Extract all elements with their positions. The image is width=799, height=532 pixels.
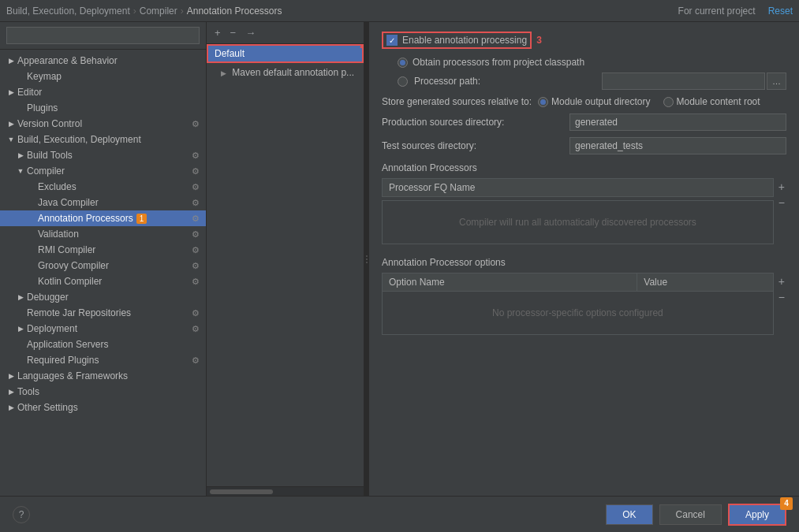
add-processor-button[interactable]: +: [777, 180, 786, 194]
scroll-thumb: [210, 489, 273, 494]
middle-panel: + − → Default 2 ▶ Maven default annotati…: [207, 22, 364, 496]
sidebar-item-label: RMI Compiler: [38, 244, 95, 255]
sidebar-item-groovy-compiler[interactable]: Groovy Compiler ⚙: [0, 258, 206, 273]
test-dir-row: Test sources directory:: [382, 137, 786, 154]
sidebar-item-label: Deployment: [27, 323, 77, 334]
option-name-header: Option Name: [383, 273, 637, 292]
add-profile-button[interactable]: +: [211, 25, 224, 40]
main-layout: 🔍 ▶ Appearance & Behavior Keymap ▶ Edito…: [0, 22, 799, 496]
breadcrumb-build[interactable]: Build, Execution, Deployment: [6, 6, 130, 17]
arrow-icon: ▶: [16, 293, 25, 301]
options-empty-message: No processor-specific options configured: [382, 292, 774, 335]
sidebar-item-label: Appearance & Behavior: [17, 55, 118, 66]
sidebar-item-label: Editor: [17, 87, 42, 98]
sidebar-item-application-servers[interactable]: Application Servers: [0, 337, 206, 352]
settings-icon: ⚙: [192, 245, 200, 255]
options-table-wrapper: Option Name Value No processor-specific …: [382, 273, 774, 335]
breadcrumb-compiler[interactable]: Compiler: [140, 6, 177, 17]
sidebar-item-remote-jar[interactable]: Remote Jar Repositories ⚙: [0, 305, 206, 321]
sidebar-item-plugins[interactable]: Plugins: [0, 100, 206, 116]
sidebar-item-label: Debugger: [27, 292, 69, 303]
sidebar: 🔍 ▶ Appearance & Behavior Keymap ▶ Edito…: [0, 22, 207, 496]
obtain-classpath-row: Obtain processors from project classpath: [398, 57, 786, 68]
sidebar-item-keymap[interactable]: Keymap: [0, 69, 206, 84]
sidebar-item-label: Remote Jar Repositories: [27, 307, 131, 318]
apply-wrapper: Apply 4: [728, 504, 786, 526]
module-content-radio[interactable]: [663, 97, 674, 107]
sidebar-item-other-settings[interactable]: ▶ Other Settings: [0, 400, 206, 415]
sidebar-item-java-compiler[interactable]: Java Compiler ⚙: [0, 195, 206, 210]
processor-table-actions: + −: [777, 178, 786, 251]
processor-path-input[interactable]: [602, 73, 765, 90]
sidebar-item-rmi-compiler[interactable]: RMI Compiler ⚙: [0, 242, 206, 258]
sidebar-item-build-tools[interactable]: ▶ Build Tools ⚙: [0, 147, 206, 163]
enable-annotation-border: Enable annotation processing: [382, 32, 532, 49]
navigate-button[interactable]: →: [242, 25, 259, 40]
module-output-radio[interactable]: [538, 97, 548, 107]
for-current-project-label: For current project: [678, 6, 756, 17]
sidebar-item-annotation-processors[interactable]: Annotation Processors 1 ⚙: [0, 210, 206, 226]
obtain-classpath-label: Obtain processors from project classpath: [413, 57, 584, 68]
settings-icon: ⚙: [192, 308, 200, 318]
remove-profile-button[interactable]: −: [227, 25, 240, 40]
sidebar-item-version-control[interactable]: ▶ Version Control ⚙: [0, 116, 206, 132]
settings-icon: ⚙: [192, 166, 200, 177]
arrow-icon: ▼: [16, 167, 25, 175]
search-bar: 🔍: [0, 22, 206, 50]
list-item-default[interactable]: Default 2: [207, 44, 364, 63]
test-dir-input[interactable]: [569, 137, 786, 154]
sidebar-item-compiler[interactable]: ▼ Compiler ⚙: [0, 163, 206, 179]
sidebar-item-appearance[interactable]: ▶ Appearance & Behavior: [0, 53, 206, 69]
processor-path-radio[interactable]: [398, 76, 408, 87]
breadcrumb: Build, Execution, Deployment › Compiler …: [6, 6, 282, 17]
sidebar-item-excludes[interactable]: Excludes ⚙: [0, 179, 206, 195]
enable-annotation-row: Enable annotation processing 3: [382, 32, 786, 49]
remove-option-button[interactable]: −: [777, 290, 786, 304]
list-item-maven[interactable]: ▶ Maven default annotation p...: [207, 63, 364, 82]
sidebar-item-label: Annotation Processors: [38, 213, 133, 224]
obtain-classpath-radio[interactable]: [398, 58, 408, 68]
sidebar-item-validation[interactable]: Validation ⚙: [0, 226, 206, 242]
remove-processor-button[interactable]: −: [777, 195, 786, 210]
sidebar-item-label: Kotlin Compiler: [38, 276, 102, 287]
arrow-icon: ▶: [6, 57, 16, 65]
settings-icon: ⚙: [192, 355, 200, 366]
bottom-bar: ? OK Cancel Apply 4: [0, 496, 799, 532]
settings-icon: ⚙: [192, 229, 200, 240]
module-output-option: Module output directory: [538, 96, 650, 107]
production-dir-label: Production sources directory:: [382, 117, 563, 128]
store-sources-row: Store generated sources relative to: Mod…: [382, 96, 786, 107]
value-header: Value: [637, 273, 774, 292]
middle-scrollbar[interactable]: [207, 486, 364, 496]
reset-button[interactable]: Reset: [768, 6, 793, 17]
sidebar-item-kotlin-compiler[interactable]: Kotlin Compiler ⚙: [0, 273, 206, 289]
production-dir-input[interactable]: [569, 113, 786, 131]
sidebar-item-tools[interactable]: ▶ Tools: [0, 384, 206, 400]
resize-dots: [366, 255, 368, 263]
add-option-button[interactable]: +: [777, 274, 786, 288]
cancel-button[interactable]: Cancel: [659, 504, 722, 525]
sidebar-item-languages[interactable]: ▶ Languages & Frameworks: [0, 368, 206, 384]
annotation-badge: 1: [136, 214, 147, 224]
sidebar-item-deployment[interactable]: ▶ Deployment ⚙: [0, 321, 206, 337]
sidebar-item-build-execution[interactable]: ▼ Build, Execution, Deployment: [0, 132, 206, 147]
enable-annotation-checkbox[interactable]: [386, 35, 398, 46]
processor-path-browse-button[interactable]: …: [767, 73, 786, 90]
annotation-processors-section-header: Annotation Processors: [382, 162, 786, 173]
apply-button[interactable]: Apply: [728, 504, 786, 526]
top-bar-right: For current project Reset: [678, 6, 793, 17]
sidebar-item-debugger[interactable]: ▶ Debugger: [0, 289, 206, 305]
search-input[interactable]: [6, 27, 200, 44]
arrow-icon: ▶: [6, 372, 16, 380]
ok-button[interactable]: OK: [606, 504, 652, 525]
apply-badge: 4: [780, 497, 793, 510]
sidebar-item-required-plugins[interactable]: Required Plugins ⚙: [0, 352, 206, 368]
sidebar-item-label: Required Plugins: [27, 355, 99, 366]
sidebar-item-editor[interactable]: ▶ Editor: [0, 84, 206, 100]
sidebar-item-label: Compiler: [27, 166, 65, 177]
help-button[interactable]: ?: [13, 506, 30, 523]
settings-icon: ⚙: [192, 324, 200, 334]
settings-icon: ⚙: [192, 151, 200, 161]
breadcrumb-annotation[interactable]: Annotation Processors: [187, 6, 282, 17]
search-wrapper: 🔍: [6, 27, 200, 44]
